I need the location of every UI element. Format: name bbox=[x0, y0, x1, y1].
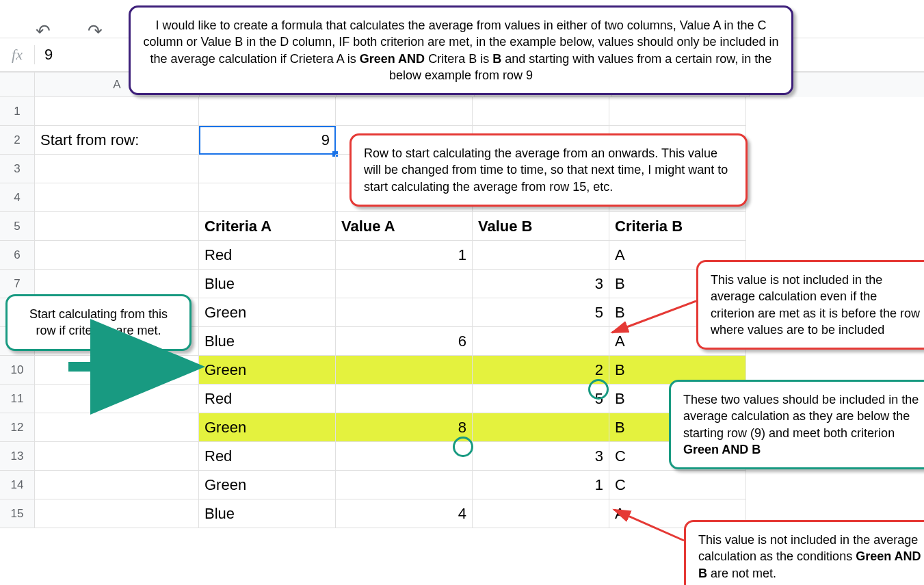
cell-A14[interactable] bbox=[35, 471, 199, 499]
row-header[interactable]: 1 bbox=[0, 97, 35, 126]
cell-E11[interactable]: B bbox=[609, 385, 746, 413]
callout-text: are not met. bbox=[711, 567, 776, 580]
cell-C6[interactable]: 1 bbox=[336, 241, 473, 270]
cell-B13[interactable]: Red bbox=[199, 442, 336, 471]
cell-C8[interactable] bbox=[336, 298, 473, 327]
cell-B1[interactable] bbox=[199, 97, 336, 126]
cell-B10[interactable]: Green bbox=[199, 356, 336, 385]
row-header[interactable]: 8 bbox=[0, 298, 35, 327]
cell-B7[interactable]: Blue bbox=[199, 270, 336, 298]
cell-E13[interactable]: C bbox=[609, 442, 746, 471]
select-all-corner[interactable] bbox=[0, 73, 35, 97]
cell-D9[interactable] bbox=[473, 327, 609, 356]
cell-D3[interactable] bbox=[473, 155, 609, 183]
cell-D4[interactable] bbox=[473, 183, 609, 212]
cell-D10[interactable]: 2 bbox=[473, 356, 609, 385]
row-header[interactable]: 3 bbox=[0, 155, 35, 183]
cell-C15[interactable]: 4 bbox=[336, 499, 473, 528]
cell-C5[interactable]: Value A bbox=[336, 212, 473, 241]
cell-D14[interactable]: 1 bbox=[473, 471, 609, 499]
row-header[interactable]: 11 bbox=[0, 385, 35, 413]
cell-D13[interactable]: 3 bbox=[473, 442, 609, 471]
row-header[interactable]: 13 bbox=[0, 442, 35, 471]
cell-A4[interactable] bbox=[35, 183, 199, 212]
cell-A5[interactable] bbox=[35, 212, 199, 241]
row-header[interactable]: 12 bbox=[0, 413, 35, 442]
cell-A8[interactable] bbox=[35, 298, 199, 327]
cell-C10[interactable] bbox=[336, 356, 473, 385]
cell-B4[interactable] bbox=[199, 183, 336, 212]
cell-E8[interactable]: B bbox=[609, 298, 746, 327]
row-header[interactable]: 10 bbox=[0, 356, 35, 385]
col-header-C[interactable]: C bbox=[337, 73, 475, 97]
cell-D8[interactable]: 5 bbox=[473, 298, 609, 327]
cell-D1[interactable] bbox=[473, 97, 609, 126]
cell-E9[interactable]: A bbox=[609, 327, 746, 356]
row-header[interactable]: 7 bbox=[0, 270, 35, 298]
cell-D5[interactable]: Value B bbox=[473, 212, 609, 241]
cell-A7[interactable] bbox=[35, 270, 199, 298]
cell-E2[interactable] bbox=[609, 126, 746, 155]
cell-A2[interactable]: Start from row: bbox=[35, 126, 199, 155]
cell-C13[interactable] bbox=[336, 442, 473, 471]
cell-B14[interactable]: Green bbox=[199, 471, 336, 499]
cell-E3[interactable] bbox=[609, 155, 746, 183]
cell-C1[interactable] bbox=[336, 97, 473, 126]
cell-B6[interactable]: Red bbox=[199, 241, 336, 270]
cell-B2[interactable]: 9 bbox=[199, 126, 336, 155]
cell-E10[interactable]: B bbox=[609, 356, 746, 385]
cell-A3[interactable] bbox=[35, 155, 199, 183]
cell-E7[interactable]: B bbox=[609, 270, 746, 298]
row-header[interactable]: 15 bbox=[0, 499, 35, 528]
cell-C9[interactable]: 6 bbox=[336, 327, 473, 356]
cell-A11[interactable] bbox=[35, 385, 199, 413]
undo-icon[interactable]: ↶ bbox=[36, 21, 51, 42]
cell-E1[interactable] bbox=[609, 97, 746, 126]
cell-C14[interactable] bbox=[336, 471, 473, 499]
cell-C3[interactable] bbox=[336, 155, 473, 183]
row-header[interactable]: 2 bbox=[0, 126, 35, 155]
cell-E5[interactable]: Criteria B bbox=[609, 212, 746, 241]
cell-C11[interactable] bbox=[336, 385, 473, 413]
cell-A12[interactable] bbox=[35, 413, 199, 442]
redo-icon[interactable]: ↷ bbox=[88, 21, 103, 42]
cell-D7[interactable]: 3 bbox=[473, 270, 609, 298]
row-header[interactable]: 4 bbox=[0, 183, 35, 212]
cell-E12[interactable]: B bbox=[609, 413, 746, 442]
cell-B11[interactable]: Red bbox=[199, 385, 336, 413]
formula-input[interactable]: 9 bbox=[35, 46, 53, 64]
cell-D15[interactable] bbox=[473, 499, 609, 528]
cell-B8[interactable]: Green bbox=[199, 298, 336, 327]
col-header-E[interactable]: E bbox=[612, 73, 750, 97]
cell-A15[interactable] bbox=[35, 499, 199, 528]
col-header-A[interactable]: A bbox=[35, 73, 200, 97]
cell-B15[interactable]: Blue bbox=[199, 499, 336, 528]
cell-D2[interactable] bbox=[473, 126, 609, 155]
cell-B3[interactable] bbox=[199, 155, 336, 183]
row-header[interactable]: 9 bbox=[0, 327, 35, 356]
cell-E14[interactable]: C bbox=[609, 471, 746, 499]
cell-D11[interactable]: 5 bbox=[473, 385, 609, 413]
cell-D6[interactable] bbox=[473, 241, 609, 270]
cell-B12[interactable]: Green bbox=[199, 413, 336, 442]
row-header[interactable]: 6 bbox=[0, 241, 35, 270]
row-header[interactable]: 14 bbox=[0, 471, 35, 499]
cell-C7[interactable] bbox=[336, 270, 473, 298]
cell-C2[interactable] bbox=[336, 126, 473, 155]
col-header-D[interactable]: D bbox=[475, 73, 612, 97]
cell-B9[interactable]: Blue bbox=[199, 327, 336, 356]
cell-E4[interactable] bbox=[609, 183, 746, 212]
cell-A1[interactable] bbox=[35, 97, 199, 126]
cell-C4[interactable] bbox=[336, 183, 473, 212]
col-header-B[interactable]: B bbox=[200, 73, 337, 97]
cell-B5[interactable]: Criteria A bbox=[199, 212, 336, 241]
cell-A6[interactable] bbox=[35, 241, 199, 270]
cell-A9[interactable] bbox=[35, 327, 199, 356]
row-header[interactable]: 5 bbox=[0, 212, 35, 241]
cell-E6[interactable]: A bbox=[609, 241, 746, 270]
cell-D12[interactable] bbox=[473, 413, 609, 442]
cell-A13[interactable] bbox=[35, 442, 199, 471]
cell-C12[interactable]: 8 bbox=[336, 413, 473, 442]
cell-E15[interactable]: A bbox=[609, 499, 746, 528]
cell-A10[interactable] bbox=[35, 356, 199, 385]
